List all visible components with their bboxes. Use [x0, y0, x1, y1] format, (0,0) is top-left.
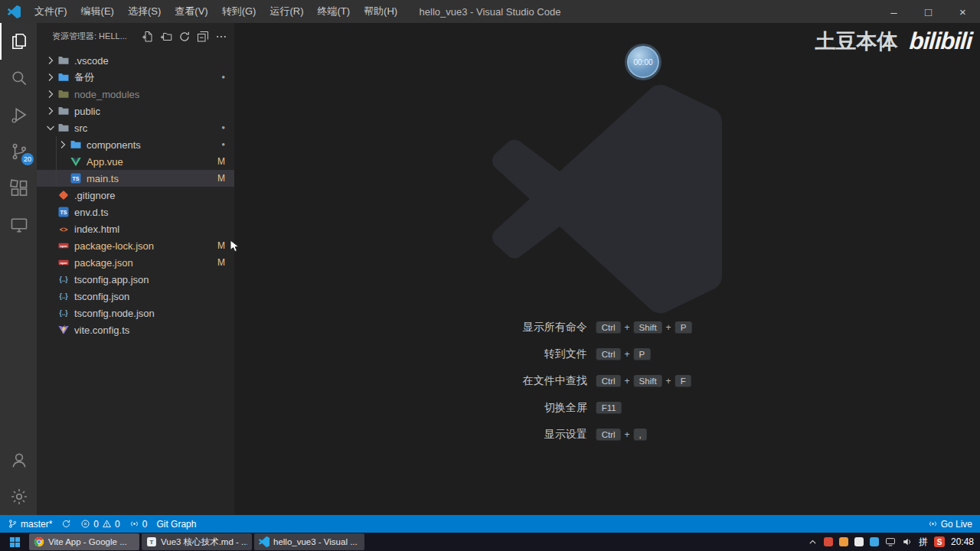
activity-settings[interactable]: [0, 478, 37, 515]
tree-item-node-modules-folder[interactable]: node_modules: [37, 86, 234, 103]
tree-item-backup-folder[interactable]: 备份●: [37, 69, 234, 86]
chrome-icon: [34, 536, 44, 547]
svg-text:{..}: {..}: [59, 292, 68, 300]
remote-explorer-icon: [9, 215, 29, 235]
network-icon[interactable]: [885, 536, 896, 547]
activity-accounts[interactable]: [0, 442, 37, 478]
status-sync[interactable]: [57, 515, 76, 533]
taskbar-app-typora-vue3-doc[interactable]: TVue3 核心技术.md - ...: [142, 533, 252, 550]
tree-item-components-folder[interactable]: components●: [37, 136, 234, 153]
tree-item-package-lock-file[interactable]: npmpackage-lock.jsonM: [37, 237, 234, 254]
svg-text:<>: <>: [60, 226, 68, 233]
plus-separator: +: [625, 349, 630, 360]
problems-warning-count: 0: [115, 519, 120, 530]
settings-icon: [9, 487, 29, 507]
vscode-logo-icon: [8, 5, 21, 18]
activity-explorer[interactable]: [0, 23, 37, 60]
bilibili-logo: bilibili: [909, 28, 973, 55]
chevron-placeholder: [44, 307, 57, 319]
tree-item-app-vue-file[interactable]: App.vueM: [37, 153, 234, 170]
key-Ctrl: Ctrl: [596, 375, 621, 387]
refresh-icon[interactable]: [176, 28, 193, 45]
tree-item-label: index.html: [74, 223, 119, 235]
html-icon: <>: [57, 223, 72, 235]
minimize-button[interactable]: –: [877, 0, 911, 23]
tree-item-env-dts-file[interactable]: TSenv.d.ts: [37, 204, 234, 220]
modified-badge: M: [217, 240, 225, 251]
tray-app-icon-4[interactable]: [870, 537, 879, 546]
taskbar-clock[interactable]: 20:48: [951, 536, 974, 547]
activity-bar-top: 20: [0, 23, 37, 243]
menu-view[interactable]: 查看(V): [168, 0, 214, 23]
shortcut-keys-go-to-file: Ctrl+P: [596, 341, 692, 367]
tree-item-public-folder[interactable]: public: [37, 103, 234, 119]
tray-app-icon-3[interactable]: [854, 537, 864, 546]
volume-icon[interactable]: [902, 536, 913, 547]
taskbar-app-chrome-vite-app[interactable]: Vite App - Google ...: [29, 533, 139, 550]
chevron-right-icon: [44, 88, 57, 100]
status-go-live[interactable]: Go Live: [923, 515, 977, 533]
editor-area: 显示所有命令Ctrl+Shift+P转到文件Ctrl+P在文件中查找Ctrl+S…: [234, 23, 980, 515]
folder-icon: [57, 54, 72, 67]
collapse-all-icon[interactable]: [194, 28, 211, 45]
key-Ctrl: Ctrl: [596, 429, 621, 441]
tree-item-vscode-folder[interactable]: .vscode: [37, 52, 234, 69]
tree-item-src-folder[interactable]: src●: [37, 119, 234, 136]
plus-separator: +: [666, 322, 671, 333]
menu-go[interactable]: 转到(G): [215, 0, 263, 23]
activity-search[interactable]: [0, 60, 37, 96]
tree-item-label: tsconfig.json: [74, 291, 129, 302]
tree-item-index-html-file[interactable]: <>index.html: [37, 220, 234, 237]
activity-source-control[interactable]: 20: [0, 133, 37, 170]
more-actions-icon[interactable]: [213, 28, 230, 45]
tree-item-gitignore-file[interactable]: .gitignore: [37, 187, 234, 204]
shortcut-label-toggle-fullscreen: 切换全屏: [544, 394, 587, 421]
key-Ctrl: Ctrl: [596, 348, 621, 360]
explorer-sidebar: 资源管理器: HELL... .vscode备份●node_modulespub…: [37, 23, 234, 515]
tree-item-vite-config-file[interactable]: vite.config.ts: [37, 321, 234, 338]
menu-terminal[interactable]: 终端(T): [310, 0, 357, 23]
json-icon: {..}: [57, 290, 72, 302]
tray-app-icon-1[interactable]: [824, 537, 833, 546]
tree-item-tsconfig-file[interactable]: {..}tsconfig.json: [37, 288, 234, 305]
window-controls: – □ ×: [877, 0, 980, 23]
taskbar-app-vscode-hello-vue3[interactable]: hello_vue3 - Visual ...: [254, 533, 364, 550]
maximize-button[interactable]: □: [911, 0, 946, 23]
folder-icon: [69, 139, 84, 151]
chevron-placeholder: [44, 256, 57, 269]
menu-file[interactable]: 文件(F): [28, 0, 74, 23]
tree-item-main-ts-file[interactable]: TSmain.tsM: [37, 170, 234, 187]
status-branch[interactable]: master*: [3, 515, 57, 533]
activity-remote-explorer[interactable]: [0, 207, 37, 243]
new-file-icon[interactable]: [139, 28, 156, 45]
close-button[interactable]: ×: [946, 0, 980, 23]
shortcut-label-show-all-commands: 显示所有命令: [523, 314, 587, 341]
new-folder-icon[interactable]: [158, 28, 175, 45]
ime-indicator[interactable]: 拼: [919, 536, 928, 549]
hidden-icons-chevron[interactable]: [808, 537, 818, 547]
menu-selection[interactable]: 选择(S): [121, 0, 168, 23]
modified-dot: ●: [221, 74, 225, 80]
tree-item-label: 备份: [74, 70, 94, 84]
taskbar-app-label: hello_vue3 - Visual ...: [273, 537, 358, 546]
tree-item-tsconfig-node-file[interactable]: {..}tsconfig.node.json: [37, 305, 234, 321]
ts-icon: TS: [57, 206, 72, 218]
activity-extensions[interactable]: [0, 170, 37, 207]
tray-app-icon-2[interactable]: [839, 537, 848, 546]
chevron-placeholder: [44, 206, 57, 218]
tree-item-tsconfig-app-file[interactable]: {..}tsconfig.app.json: [37, 271, 234, 288]
menu-run[interactable]: 运行(R): [263, 0, 310, 23]
status-problems[interactable]: 00: [76, 515, 124, 533]
chevron-right-icon: [57, 139, 69, 151]
activity-run-debug[interactable]: [0, 96, 37, 133]
tree-item-package-json-file[interactable]: npmpackage.jsonM: [37, 254, 234, 271]
sogou-input-icon[interactable]: S: [934, 536, 945, 547]
vite-icon: [57, 324, 72, 336]
menu-help[interactable]: 帮助(H): [357, 0, 404, 23]
menu-edit[interactable]: 编辑(E): [74, 0, 121, 23]
chevron-right-icon: [44, 54, 57, 67]
start-button[interactable]: [0, 533, 29, 551]
status-ports[interactable]: 0: [125, 515, 152, 533]
status-git-graph[interactable]: Git Graph: [152, 515, 201, 533]
tree-item-label: vite.config.ts: [74, 324, 129, 336]
